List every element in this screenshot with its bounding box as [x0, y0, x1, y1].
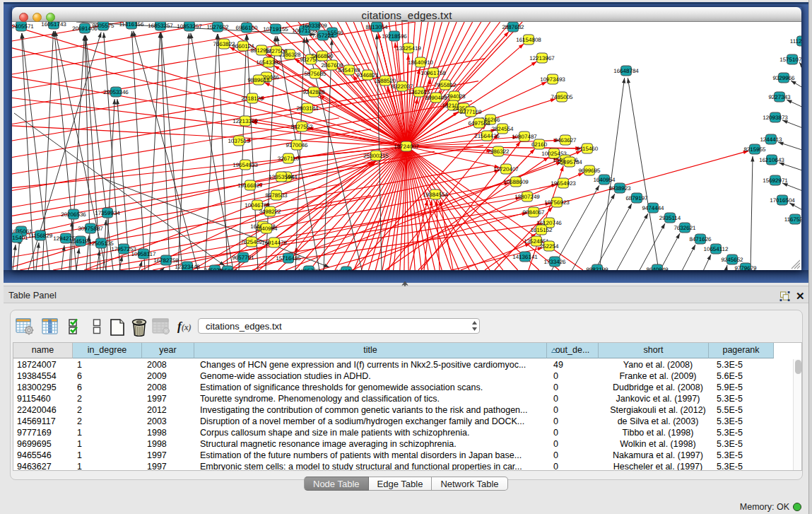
graph-node[interactable]: 8640949	[646, 264, 669, 270]
graph-node[interactable]: 9242848	[302, 87, 325, 97]
new-file-icon[interactable]	[109, 318, 126, 337]
graph-node[interactable]: 8215955	[743, 144, 766, 154]
network-canvas[interactable]: 1240557116051743206914069605575113161561…	[12, 22, 801, 270]
graph-node[interactable]: 10961758	[420, 68, 446, 78]
graph-node[interactable]: 29053346	[103, 87, 129, 97]
graph-node[interactable]: 9245652	[721, 255, 743, 264]
graph-node[interactable]: 2935114	[659, 213, 681, 223]
graph-node[interactable]: 7632621	[673, 223, 696, 233]
table-row[interactable]: 969969511998Structural magnetic resonanc…	[13, 438, 791, 450]
citation-graph[interactable]: 1240557116051743206914069605575113161561…	[12, 22, 801, 270]
close-panel-icon[interactable]: ✕	[796, 291, 806, 301]
graph-node[interactable]: 11156829	[28, 230, 53, 240]
delete-table-icon[interactable]	[131, 318, 148, 337]
table-row[interactable]: 1872400712008Changes of HCN gene express…	[13, 359, 791, 370]
select-columns-icon[interactable]	[69, 318, 83, 335]
graph-node[interactable]: 19654933	[233, 160, 258, 170]
graph-node[interactable]: 7625402	[240, 237, 263, 247]
graph-node[interactable]: 9474444	[642, 203, 664, 213]
window-titlebar[interactable]: citations_edges.txt	[12, 7, 801, 22]
show-columns-icon[interactable]	[42, 318, 59, 335]
graph-node[interactable]: 3267110	[278, 153, 300, 163]
graph-node[interactable]: 1640954	[593, 175, 616, 185]
graph-node[interactable]: 3915401	[12, 233, 28, 243]
graph-node[interactable]: 9084067	[522, 207, 545, 217]
graph-node[interactable]: 12213369	[233, 116, 258, 126]
graph-node[interactable]: 8938923	[608, 183, 631, 193]
table-row[interactable]: 946362711997Embryonic stem cells: a mode…	[13, 461, 791, 471]
table-row[interactable]: 1456911722003Disruption of a novel membe…	[13, 416, 791, 427]
tab-node-table[interactable]: Node Table	[304, 477, 369, 491]
graph-node[interactable]: 3498222	[259, 206, 281, 216]
graph-node[interactable]: 8249502	[335, 267, 358, 270]
graph-node[interactable]: 14136141	[512, 252, 538, 262]
graph-node[interactable]: 1527602	[206, 22, 229, 32]
column-header-title[interactable]: title	[194, 343, 547, 358]
graph-node[interactable]: 12323448	[175, 262, 200, 270]
column-header-in_degree[interactable]: in_degree	[73, 343, 142, 358]
graph-node[interactable]: 11124698	[790, 36, 801, 46]
graph-node[interactable]: 9882199	[586, 264, 608, 270]
node-table[interactable]: namein_degreeyeartitleout_de...shortpage…	[13, 342, 802, 471]
float-window-icon[interactable]	[779, 291, 791, 301]
graph-node[interactable]: 1733426	[543, 257, 566, 267]
graph-node[interactable]: 16154808	[516, 35, 541, 45]
table-row[interactable]: 946554611997Estimation of the future num…	[13, 450, 791, 461]
table-row[interactable]: 911546021997Tourette syndrome. Phenomeno…	[13, 393, 791, 404]
graph-node[interactable]: 7485005	[551, 92, 573, 102]
graph-node[interactable]: 16853257	[148, 22, 173, 30]
table-settings-icon[interactable]	[16, 318, 34, 335]
graph-node[interactable]: 15495784	[557, 157, 582, 167]
graph-node[interactable]: 10853257	[177, 22, 202, 31]
graph-node[interactable]: 12405571	[12, 22, 34, 31]
table-row[interactable]: 977716911998Corpus callosum shape and si…	[13, 427, 791, 438]
tab-network-table[interactable]: Network Table	[432, 477, 507, 491]
tab-edge-table[interactable]: Edge Table	[369, 477, 433, 491]
graph-node[interactable]: 19756923	[544, 197, 570, 207]
graph-node[interactable]: 10719155	[263, 24, 288, 34]
graph-node[interactable]: 30975887	[78, 223, 103, 233]
graph-node[interactable]: 9777169	[459, 107, 482, 117]
graph-node[interactable]: 16648784	[613, 66, 639, 76]
graph-node[interactable]: 10958117	[131, 249, 157, 259]
graph-node[interactable]: 15751074	[779, 54, 801, 64]
graph-node[interactable]: 1167533	[784, 214, 801, 224]
column-header-out_de[interactable]: out_de...	[547, 343, 599, 358]
graph-node[interactable]: 2803144	[296, 103, 319, 113]
graph-node[interactable]: 8813054	[365, 22, 388, 32]
graph-node[interactable]: 9170046	[286, 140, 308, 150]
resize-grip-icon[interactable]	[791, 259, 801, 269]
graph-node[interactable]: 16051743	[41, 22, 66, 29]
table-row[interactable]: 1830029562008Estimation of significance …	[13, 382, 791, 393]
graph-node[interactable]: 9779679	[734, 263, 757, 270]
graph-node[interactable]: 1065733	[298, 266, 320, 270]
graph-node[interactable]: 2887682	[502, 22, 524, 32]
graph-node[interactable]: 9463627	[554, 135, 577, 145]
graph-node[interactable]: 6497568	[468, 118, 490, 128]
graph-node[interactable]: 1037513	[228, 136, 250, 146]
network-view-window[interactable]: citations_edges.txt 12405571160517432069…	[12, 7, 801, 270]
graph-node[interactable]: 12213967	[529, 53, 555, 63]
graph-node[interactable]: 15720407	[493, 164, 519, 174]
column-header-pagerank[interactable]: pagerank	[709, 343, 774, 358]
graph-node[interactable]: 8471626	[689, 234, 712, 244]
graph-node[interactable]: 252254	[540, 241, 559, 251]
graph-node[interactable]: 10688609	[503, 177, 529, 187]
table-selector-combo[interactable]: citations_edges.txt	[198, 318, 480, 334]
scrollbar-thumb[interactable]	[795, 360, 801, 374]
graph-node[interactable]: 11316156	[119, 22, 145, 29]
table-header-row[interactable]: namein_degreeyeartitleout_de...shortpage…	[13, 343, 791, 358]
graph-node[interactable]: 1615152	[530, 225, 553, 235]
column-header-name[interactable]: name	[13, 343, 73, 358]
row-height-icon[interactable]	[92, 318, 102, 335]
graph-node[interactable]: 9657791	[232, 252, 254, 262]
graph-node[interactable]: 19384554	[423, 189, 448, 199]
graph-node[interactable]: 6879197	[625, 193, 648, 203]
column-header-year[interactable]: year	[142, 343, 194, 358]
table-vertical-scrollbar[interactable]	[793, 359, 802, 470]
graph-node[interactable]: 6966160	[235, 23, 258, 33]
graph-node[interactable]: 19654923	[551, 178, 576, 188]
table-row[interactable]: 2242004622012Investigating the contribut…	[13, 404, 791, 416]
graph-node[interactable]: 5875685	[304, 69, 326, 78]
function-builder-icon[interactable]: f(x)	[177, 320, 192, 334]
